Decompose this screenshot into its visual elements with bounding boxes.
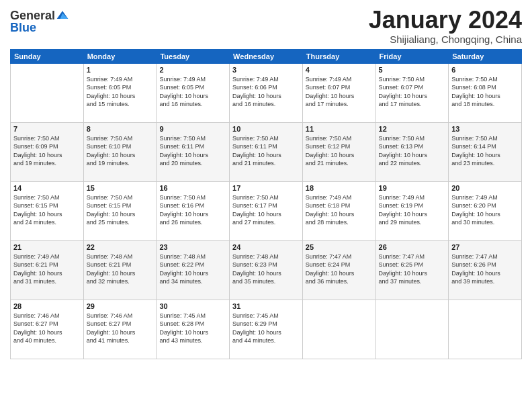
- calendar-cell: 19Sunrise: 7:49 AMSunset: 6:19 PMDayligh…: [375, 181, 449, 240]
- calendar-cell: 22Sunrise: 7:48 AMSunset: 6:21 PMDayligh…: [83, 240, 157, 300]
- day-info: Sunrise: 7:50 AMSunset: 6:12 PMDaylight:…: [306, 134, 373, 168]
- page: General Blue January 2024 Shijialiang, C…: [0, 0, 532, 411]
- day-info: Sunrise: 7:50 AMSunset: 6:11 PMDaylight:…: [232, 134, 300, 168]
- day-number: 19: [379, 184, 446, 192]
- calendar-cell: 21Sunrise: 7:49 AMSunset: 6:21 PMDayligh…: [11, 240, 84, 300]
- calendar-cell: 17Sunrise: 7:50 AMSunset: 6:17 PMDayligh…: [230, 181, 303, 240]
- day-number: 23: [159, 243, 226, 251]
- day-number: 22: [87, 243, 154, 251]
- calendar: Sunday Monday Tuesday Wednesday Thursday…: [10, 49, 522, 359]
- day-number: 2: [159, 66, 226, 74]
- day-number: 6: [451, 66, 519, 74]
- day-number: 30: [159, 302, 226, 310]
- day-info: Sunrise: 7:45 AMSunset: 6:28 PMDaylight:…: [159, 312, 226, 345]
- col-tuesday: Tuesday: [157, 49, 230, 63]
- calendar-cell: 18Sunrise: 7:49 AMSunset: 6:18 PMDayligh…: [302, 181, 375, 240]
- col-sunday: Sunday: [11, 49, 84, 63]
- day-number: 27: [451, 243, 519, 251]
- day-number: 3: [232, 66, 300, 74]
- day-info: Sunrise: 7:49 AMSunset: 6:21 PMDaylight:…: [13, 253, 81, 286]
- day-number: 8: [87, 125, 154, 133]
- calendar-cell: 9Sunrise: 7:50 AMSunset: 6:11 PMDaylight…: [157, 122, 230, 181]
- day-info: Sunrise: 7:50 AMSunset: 6:16 PMDaylight:…: [159, 193, 226, 227]
- calendar-cell: 24Sunrise: 7:48 AMSunset: 6:23 PMDayligh…: [230, 240, 303, 300]
- day-info: Sunrise: 7:47 AMSunset: 6:24 PMDaylight:…: [306, 253, 373, 286]
- calendar-cell: 10Sunrise: 7:50 AMSunset: 6:11 PMDayligh…: [230, 122, 303, 181]
- day-number: 14: [13, 184, 81, 192]
- calendar-cell: 30Sunrise: 7:45 AMSunset: 6:28 PMDayligh…: [157, 300, 230, 359]
- calendar-cell: 14Sunrise: 7:50 AMSunset: 6:15 PMDayligh…: [11, 181, 84, 240]
- day-number: 26: [379, 243, 446, 251]
- day-info: Sunrise: 7:47 AMSunset: 6:25 PMDaylight:…: [379, 253, 446, 286]
- day-info: Sunrise: 7:46 AMSunset: 6:27 PMDaylight:…: [13, 312, 81, 345]
- day-number: 7: [13, 125, 81, 133]
- calendar-week-3: 14Sunrise: 7:50 AMSunset: 6:15 PMDayligh…: [11, 181, 522, 240]
- calendar-cell: 11Sunrise: 7:50 AMSunset: 6:12 PMDayligh…: [302, 122, 375, 181]
- day-number: 17: [232, 184, 300, 192]
- calendar-cell: 12Sunrise: 7:50 AMSunset: 6:13 PMDayligh…: [375, 122, 449, 181]
- day-number: 15: [87, 184, 154, 192]
- calendar-cell: 15Sunrise: 7:50 AMSunset: 6:15 PMDayligh…: [83, 181, 157, 240]
- calendar-week-1: 1Sunrise: 7:49 AMSunset: 6:05 PMDaylight…: [11, 63, 522, 122]
- day-number: 25: [306, 243, 373, 251]
- day-number: 28: [13, 302, 81, 310]
- day-info: Sunrise: 7:50 AMSunset: 6:13 PMDaylight:…: [379, 134, 446, 168]
- day-info: Sunrise: 7:50 AMSunset: 6:15 PMDaylight:…: [87, 193, 154, 227]
- header: General Blue January 2024 Shijialiang, C…: [10, 7, 522, 45]
- calendar-cell: 7Sunrise: 7:50 AMSunset: 6:09 PMDaylight…: [11, 122, 84, 181]
- day-number: 5: [379, 66, 446, 74]
- day-info: Sunrise: 7:50 AMSunset: 6:07 PMDaylight:…: [379, 75, 446, 109]
- day-number: 20: [451, 184, 519, 192]
- calendar-cell: [11, 63, 84, 122]
- day-number: 16: [159, 184, 226, 192]
- day-info: Sunrise: 7:46 AMSunset: 6:27 PMDaylight:…: [87, 312, 154, 345]
- day-number: 9: [159, 125, 226, 133]
- col-wednesday: Wednesday: [230, 49, 303, 63]
- col-thursday: Thursday: [302, 49, 375, 63]
- day-info: Sunrise: 7:49 AMSunset: 6:19 PMDaylight:…: [379, 193, 446, 227]
- calendar-cell: 23Sunrise: 7:48 AMSunset: 6:22 PMDayligh…: [157, 240, 230, 300]
- calendar-header-row: Sunday Monday Tuesday Wednesday Thursday…: [11, 49, 522, 63]
- day-info: Sunrise: 7:50 AMSunset: 6:11 PMDaylight:…: [159, 134, 226, 168]
- day-number: 18: [306, 184, 373, 192]
- calendar-week-2: 7Sunrise: 7:50 AMSunset: 6:09 PMDaylight…: [11, 122, 522, 181]
- calendar-cell: 27Sunrise: 7:47 AMSunset: 6:26 PMDayligh…: [449, 240, 522, 300]
- day-info: Sunrise: 7:49 AMSunset: 6:07 PMDaylight:…: [306, 75, 373, 109]
- day-number: 1: [87, 66, 154, 74]
- day-number: 31: [232, 302, 300, 310]
- day-info: Sunrise: 7:47 AMSunset: 6:26 PMDaylight:…: [451, 253, 519, 286]
- calendar-cell: 16Sunrise: 7:50 AMSunset: 6:16 PMDayligh…: [157, 181, 230, 240]
- day-info: Sunrise: 7:49 AMSunset: 6:05 PMDaylight:…: [159, 75, 226, 109]
- day-info: Sunrise: 7:48 AMSunset: 6:21 PMDaylight:…: [87, 253, 154, 286]
- day-info: Sunrise: 7:48 AMSunset: 6:23 PMDaylight:…: [232, 253, 300, 286]
- day-info: Sunrise: 7:50 AMSunset: 6:17 PMDaylight:…: [232, 193, 300, 227]
- calendar-cell: 6Sunrise: 7:50 AMSunset: 6:08 PMDaylight…: [449, 63, 522, 122]
- calendar-cell: [375, 300, 449, 359]
- calendar-cell: 13Sunrise: 7:50 AMSunset: 6:14 PMDayligh…: [449, 122, 522, 181]
- logo-blue: Blue: [10, 21, 69, 35]
- day-number: 21: [13, 243, 81, 251]
- calendar-week-5: 28Sunrise: 7:46 AMSunset: 6:27 PMDayligh…: [11, 300, 522, 359]
- day-info: Sunrise: 7:50 AMSunset: 6:14 PMDaylight:…: [451, 134, 519, 168]
- day-info: Sunrise: 7:45 AMSunset: 6:29 PMDaylight:…: [232, 312, 300, 345]
- calendar-cell: 29Sunrise: 7:46 AMSunset: 6:27 PMDayligh…: [83, 300, 157, 359]
- title-block: January 2024 Shijialiang, Chongqing, Chi…: [369, 7, 522, 45]
- day-info: Sunrise: 7:50 AMSunset: 6:15 PMDaylight:…: [13, 193, 81, 227]
- calendar-cell: 2Sunrise: 7:49 AMSunset: 6:05 PMDaylight…: [157, 63, 230, 122]
- col-monday: Monday: [83, 49, 157, 63]
- day-number: 13: [451, 125, 519, 133]
- day-info: Sunrise: 7:50 AMSunset: 6:08 PMDaylight:…: [451, 75, 519, 109]
- day-info: Sunrise: 7:50 AMSunset: 6:09 PMDaylight:…: [13, 134, 81, 168]
- calendar-cell: 3Sunrise: 7:49 AMSunset: 6:06 PMDaylight…: [230, 63, 303, 122]
- calendar-cell: 25Sunrise: 7:47 AMSunset: 6:24 PMDayligh…: [302, 240, 375, 300]
- calendar-week-4: 21Sunrise: 7:49 AMSunset: 6:21 PMDayligh…: [11, 240, 522, 300]
- day-info: Sunrise: 7:48 AMSunset: 6:22 PMDaylight:…: [159, 253, 226, 286]
- calendar-cell: 5Sunrise: 7:50 AMSunset: 6:07 PMDaylight…: [375, 63, 449, 122]
- month-title: January 2024: [369, 7, 522, 34]
- calendar-cell: 1Sunrise: 7:49 AMSunset: 6:05 PMDaylight…: [83, 63, 157, 122]
- calendar-cell: 26Sunrise: 7:47 AMSunset: 6:25 PMDayligh…: [375, 240, 449, 300]
- day-info: Sunrise: 7:49 AMSunset: 6:18 PMDaylight:…: [306, 193, 373, 227]
- col-saturday: Saturday: [449, 49, 522, 63]
- day-number: 10: [232, 125, 300, 133]
- col-friday: Friday: [375, 49, 449, 63]
